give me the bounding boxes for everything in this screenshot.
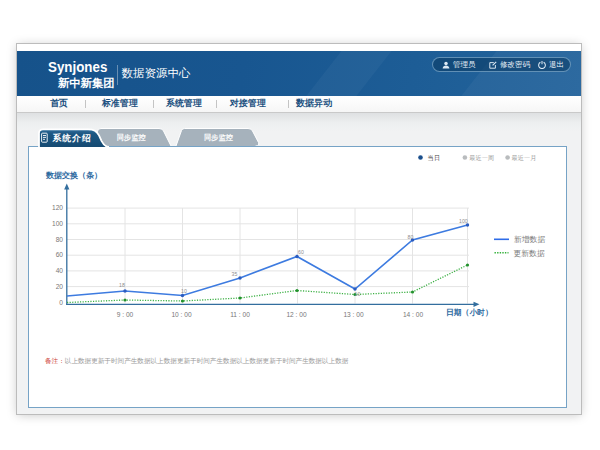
- svg-text:新增数据: 新增数据: [514, 235, 545, 244]
- svg-text:35: 35: [232, 271, 238, 277]
- svg-text:80: 80: [408, 234, 414, 240]
- svg-text:10: 10: [181, 288, 187, 294]
- svg-text:14 : 00: 14 : 00: [403, 311, 423, 318]
- svg-text:11 : 00: 11 : 00: [230, 311, 250, 318]
- svg-text:0: 0: [59, 299, 63, 306]
- svg-text:更新数据: 更新数据: [514, 249, 545, 258]
- svg-text:40: 40: [56, 267, 64, 274]
- svg-text:9 : 00: 9 : 00: [117, 311, 134, 318]
- svg-text:80: 80: [56, 236, 64, 243]
- svg-text:60: 60: [298, 249, 304, 255]
- svg-text:13 : 00: 13 : 00: [343, 311, 363, 318]
- svg-text:日期（小时）: 日期（小时）: [446, 308, 493, 317]
- svg-text:60: 60: [56, 251, 64, 258]
- svg-text:100: 100: [459, 218, 468, 224]
- svg-text:20: 20: [56, 283, 64, 290]
- svg-text:100: 100: [52, 220, 63, 227]
- svg-text:10 : 00: 10 : 00: [171, 311, 191, 318]
- svg-text:当日: 当日: [428, 154, 440, 162]
- svg-text:最近一月: 最近一月: [512, 154, 537, 162]
- svg-text:120: 120: [52, 204, 63, 211]
- svg-text:18: 18: [119, 282, 125, 288]
- svg-text:12 : 00: 12 : 00: [286, 311, 306, 318]
- svg-text:10: 10: [355, 291, 361, 297]
- svg-text:最近一周: 最近一周: [469, 154, 494, 161]
- svg-text:数据交换（条）: 数据交换（条）: [45, 171, 102, 180]
